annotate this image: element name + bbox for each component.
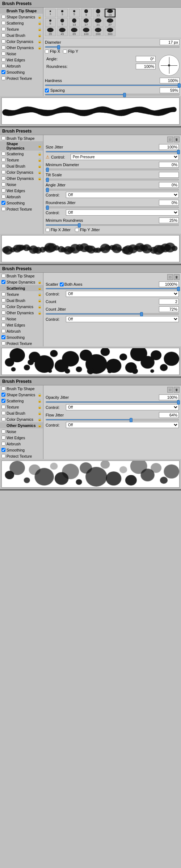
- brush-thumbnail[interactable]: 200: [93, 27, 104, 36]
- left-panel-item[interactable]: Brush Tip Shape: [0, 273, 43, 279]
- left-panel-item[interactable]: Other Dynamics🔒: [0, 175, 43, 181]
- brush-thumbnail[interactable]: 5: [45, 18, 56, 27]
- spacing-value[interactable]: [160, 87, 180, 93]
- panel-checkbox[interactable]: [1, 182, 5, 186]
- left-panel-item[interactable]: Airbrush: [0, 194, 43, 200]
- panel-checkbox[interactable]: [1, 70, 5, 74]
- field-value[interactable]: [159, 162, 179, 168]
- field-value[interactable]: [159, 306, 179, 312]
- field-value[interactable]: [160, 78, 180, 83]
- left-panel-item[interactable]: Scattering🔒: [0, 151, 43, 157]
- control-select[interactable]: OffPen PressurePen TiltStylus WheelFadeI…: [66, 291, 179, 297]
- trash-icon[interactable]: 🗑: [174, 137, 180, 142]
- panel-checkbox[interactable]: [1, 195, 5, 199]
- left-panel-item[interactable]: Scattering🔒: [0, 20, 43, 26]
- left-panel-item[interactable]: Brush Tip Shape: [0, 385, 43, 392]
- panel-checkbox[interactable]: [1, 393, 5, 397]
- slider-track[interactable]: [45, 46, 180, 48]
- panel-checkbox[interactable]: [1, 387, 5, 390]
- slider-track[interactable]: [46, 313, 179, 315]
- slider-thumb[interactable]: [177, 400, 180, 405]
- brush-thumbnail[interactable]: 27: [105, 18, 115, 27]
- panel-checkbox[interactable]: [1, 136, 5, 140]
- brush-thumbnail[interactable]: 300: [105, 27, 115, 36]
- slider-thumb[interactable]: [178, 83, 181, 88]
- trash-icon[interactable]: 🗑: [174, 387, 180, 393]
- field-value[interactable]: [159, 412, 179, 418]
- left-panel-item[interactable]: Protect Texture: [0, 75, 43, 81]
- left-panel-item[interactable]: Noise: [0, 181, 43, 187]
- panel-checkbox[interactable]: [1, 15, 5, 19]
- left-panel-item[interactable]: Noise: [0, 316, 43, 322]
- left-panel-item[interactable]: Dual Brush🔒: [0, 410, 43, 416]
- left-panel-item[interactable]: Wet Edges: [0, 322, 43, 328]
- panel-checkbox[interactable]: [1, 436, 5, 440]
- left-panel-item[interactable]: Airbrush: [0, 328, 43, 334]
- brush-thumbnail[interactable]: 9: [57, 18, 68, 27]
- left-panel-item[interactable]: Smoothing: [0, 334, 43, 340]
- left-panel-item[interactable]: Dual Brush🔒: [0, 32, 43, 38]
- panel-checkbox[interactable]: [1, 311, 5, 315]
- left-panel-item[interactable]: Color Dynamics🔒: [0, 416, 43, 422]
- panel-checkbox[interactable]: [1, 21, 5, 25]
- brush-thumbnail[interactable]: 3: [57, 9, 68, 17]
- slider-track[interactable]: [45, 85, 180, 86]
- field-value[interactable]: [159, 217, 179, 223]
- panel-checkbox[interactable]: [1, 292, 5, 296]
- size-control-select[interactable]: OffPen PressurePen TiltStylus WheelFade: [71, 154, 179, 160]
- control-select[interactable]: OffPen PressurePen TiltStylus WheelFadeI…: [66, 422, 179, 428]
- left-panel-item[interactable]: Shape Dynamics🔒: [0, 392, 43, 398]
- slider-thumb[interactable]: [46, 178, 49, 182]
- scatter-value[interactable]: [159, 281, 179, 287]
- panel-checkbox[interactable]: [1, 274, 5, 278]
- panel-checkbox[interactable]: [1, 152, 5, 156]
- panel-checkbox[interactable]: [1, 76, 5, 80]
- left-panel-item[interactable]: Color Dynamics🔒: [0, 38, 43, 44]
- flip-flip-x-checkbox[interactable]: [45, 49, 49, 53]
- flip-flip-x-label[interactable]: Flip X: [45, 49, 60, 53]
- control-select[interactable]: OffPen PressurePen TiltStylus WheelFadeI…: [66, 404, 179, 410]
- panel-checkbox[interactable]: [1, 429, 5, 433]
- left-panel-item[interactable]: Smoothing: [0, 200, 43, 206]
- left-panel-item[interactable]: Protect Texture: [0, 453, 43, 459]
- brush-thumbnail[interactable]: 65: [69, 27, 80, 36]
- both-axes-label[interactable]: Both Axes: [60, 282, 159, 286]
- slider-thumb[interactable]: [123, 93, 126, 97]
- panel-checkbox[interactable]: [1, 454, 5, 458]
- trash-icon[interactable]: 🗑: [174, 274, 180, 280]
- panel-checkbox[interactable]: [1, 317, 5, 321]
- slider-thumb[interactable]: [140, 312, 143, 316]
- panel-checkbox[interactable]: [1, 411, 5, 415]
- panel-checkbox[interactable]: [1, 323, 5, 327]
- brush-thumbnail[interactable]: 13: [93, 9, 104, 17]
- panel-checkbox[interactable]: [1, 39, 5, 43]
- panel-checkbox[interactable]: [1, 329, 5, 333]
- panel-checkbox[interactable]: [1, 207, 5, 211]
- left-panel-item[interactable]: Texture🔒: [0, 157, 43, 163]
- slider-track[interactable]: [46, 288, 179, 289]
- field-value[interactable]: [159, 394, 179, 400]
- left-panel-item[interactable]: Noise: [0, 428, 43, 435]
- left-panel-item[interactable]: Airbrush: [0, 63, 43, 69]
- slider-track[interactable]: [46, 151, 179, 152]
- panel-checkbox[interactable]: [1, 58, 5, 62]
- left-panel-item[interactable]: Other Dynamics🔒: [0, 310, 43, 316]
- panel-checkbox[interactable]: [1, 27, 5, 31]
- panel-checkbox[interactable]: [1, 417, 5, 421]
- left-panel-item[interactable]: Shape Dynamics🔒: [0, 279, 43, 285]
- panel-checkbox[interactable]: [1, 399, 5, 403]
- flip-x-jitter-label[interactable]: Flip X Jitter: [46, 228, 71, 232]
- add-icon[interactable]: □: [167, 387, 173, 393]
- panel-checkbox[interactable]: [1, 33, 5, 37]
- panel-checkbox[interactable]: [1, 176, 5, 180]
- spacing-checkbox[interactable]: [45, 88, 49, 92]
- panel-checkbox[interactable]: [1, 164, 5, 168]
- brush-thumbnail[interactable]: 17: [81, 18, 92, 27]
- left-panel-item[interactable]: Airbrush: [0, 441, 43, 447]
- left-panel-item[interactable]: Wet Edges: [0, 187, 43, 194]
- panel-checkbox[interactable]: [1, 201, 5, 205]
- brush-thumbnail[interactable]: 9: [81, 9, 92, 17]
- panel-checkbox[interactable]: [1, 64, 5, 68]
- left-panel-item[interactable]: Protect Texture: [0, 340, 43, 346]
- panel-checkbox[interactable]: [1, 46, 5, 49]
